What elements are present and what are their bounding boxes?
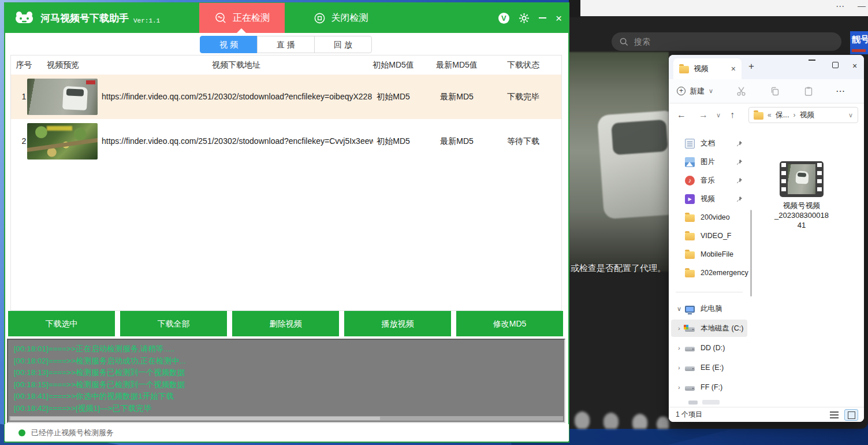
explorer-body: 文档 图片 ♪ 音乐 ▶ 视频 200video [669, 127, 864, 407]
chevron-right-icon[interactable]: › [678, 364, 680, 371]
explorer-tab[interactable]: 视频 × [673, 58, 742, 79]
breadcrumb[interactable]: « 保... › 视频 ∨ [748, 107, 858, 123]
filmstrip-frame [788, 164, 815, 194]
table-row[interactable]: 2 https://finder.video.qq.com/251/20302/… [11, 119, 561, 164]
sidebar-item-drive-e[interactable]: › EE (E:) [671, 359, 747, 376]
videos-icon: ▶ [685, 194, 695, 204]
sidebar-item-folder[interactable]: 200video [671, 209, 747, 226]
hippo-logo-icon [14, 10, 35, 25]
folder-icon [685, 214, 695, 222]
file-name-line: _202308300018 [767, 210, 836, 220]
sidebar-label-clipped [702, 400, 720, 405]
row-latest-md5: 最新MD5 [428, 119, 486, 164]
sidebar-item-music[interactable]: ♪ 音乐 [671, 172, 747, 189]
play-video-button[interactable]: 播放视频 [344, 311, 451, 336]
up-icon[interactable]: ↑ [730, 110, 735, 120]
back-icon[interactable]: ← [677, 110, 686, 120]
more-icon[interactable]: ⋯ [836, 86, 845, 97]
chevron-right-icon[interactable]: › [678, 384, 680, 391]
forward-icon[interactable]: → [699, 110, 708, 120]
pin-icon[interactable] [736, 196, 743, 202]
chevron-right-icon[interactable]: › [678, 325, 680, 332]
chevron-down-icon[interactable]: ∨ [677, 305, 681, 313]
breadcrumb-parent[interactable]: 保... [776, 110, 789, 120]
maximize-icon[interactable] [832, 62, 839, 68]
sidebar-item-folder[interactable]: 202emergency [671, 264, 747, 281]
sidebar-scrollbar[interactable] [750, 210, 752, 296]
v-badge-icon[interactable]: V [498, 13, 509, 24]
gear-icon[interactable] [519, 13, 530, 24]
sidebar-item-drive-d[interactable]: › DD (D:) [671, 339, 747, 357]
sidebar-item-drive-c[interactable]: › 本地磁盘 (C:) [671, 320, 747, 337]
tab-video[interactable]: 视 频 [200, 36, 258, 53]
explorer-navbar: ← → ∨ ↑ « 保... › 视频 ∨ [669, 103, 864, 127]
sidebar-label: 202emergency [701, 269, 748, 277]
thumbnail-watermark-shape [47, 126, 72, 131]
drive-icon [685, 366, 695, 371]
pin-icon[interactable] [736, 159, 743, 165]
new-button[interactable]: + 新建 ∨ [677, 86, 713, 97]
pin-icon[interactable] [736, 177, 743, 184]
sidebar-item-documents[interactable]: 文档 [671, 135, 747, 152]
sidebar-item-drive-f[interactable]: › FF (F:) [671, 379, 747, 396]
log-line: [00:18:01]====>>正在启动检测服务,请稍等..... [14, 343, 558, 355]
tab-live[interactable]: 直 播 [257, 36, 315, 53]
video-file-item[interactable]: 视频号视频 _202308300018 41 [767, 161, 836, 230]
sidebar-label: 此电脑 [701, 304, 722, 314]
sidebar-label: 本地磁盘 (C:) [701, 324, 743, 333]
history-chevron-icon[interactable]: ∨ [716, 112, 721, 119]
minimize-icon[interactable] [809, 60, 815, 61]
sidebar-label: EE (E:) [701, 364, 724, 372]
search-input[interactable] [634, 37, 807, 46]
sidebar-item-videos[interactable]: ▶ 视频 [671, 190, 747, 207]
chevron-down-icon[interactable]: ∨ [848, 112, 853, 119]
close-icon[interactable]: × [850, 61, 859, 71]
background-badge[interactable]: 靓号 [850, 31, 868, 54]
pin-icon[interactable] [736, 140, 743, 147]
breadcrumb-collapse-icon[interactable]: « [768, 111, 772, 119]
delete-video-button[interactable]: 删除视频 [232, 311, 339, 336]
copy-icon[interactable] [770, 86, 780, 97]
thumbnail-view-icon[interactable] [844, 409, 858, 421]
download-all-button[interactable]: 下载全部 [120, 311, 227, 336]
paste-icon[interactable] [803, 86, 814, 97]
music-icon: ♪ [685, 176, 695, 186]
file-name-line: 视频号视频 [767, 201, 836, 210]
row-url: https://finder.video.qq.com/251/20302/st… [102, 119, 373, 164]
table-row[interactable]: 1 https://finder.video.qq.com/251/20302/… [11, 75, 561, 119]
modify-md5-button[interactable]: 修改MD5 [456, 311, 563, 336]
row-status: 等待下载 [494, 119, 552, 164]
computer-icon [685, 306, 695, 313]
sidebar-item-pictures[interactable]: 图片 [671, 153, 747, 170]
sidebar-label: VIDEO_F [701, 232, 732, 240]
minimize-icon[interactable] [539, 17, 546, 18]
file-name-line: 41 [767, 220, 836, 230]
tab-close-icon[interactable]: × [731, 64, 736, 73]
more-icon[interactable]: ⋯ [836, 1, 845, 12]
download-selected-button[interactable]: 下载选中 [8, 311, 115, 336]
explorer-tab-title: 视频 [694, 64, 727, 74]
sidebar-item-folder[interactable]: MobileFile [671, 246, 747, 263]
cut-icon[interactable] [736, 86, 747, 97]
detecting-label: 正在检测 [233, 12, 270, 24]
scrollbar-thumb[interactable] [10, 417, 380, 420]
desktop: ⋯ — 靓号 或检查是否配置了代理。 河马视频号下载助手 Ver:1.1 [0, 0, 868, 445]
tab-replay[interactable]: 回 放 [314, 36, 372, 53]
document-icon [685, 139, 695, 149]
log-horizontal-scrollbar[interactable] [9, 416, 563, 421]
list-view-icon[interactable] [830, 411, 839, 418]
new-tab-icon[interactable]: + [748, 61, 754, 72]
windows-logo-icon [684, 325, 688, 329]
folder-icon [685, 251, 695, 259]
chevron-right-icon[interactable]: › [678, 344, 680, 351]
sidebar-item-folder[interactable]: VIDEO_F [671, 227, 747, 244]
sidebar-label: 音乐 [701, 176, 715, 186]
close-detect-button[interactable]: 关闭检测 [300, 3, 381, 33]
breadcrumb-current[interactable]: 视频 [800, 110, 815, 120]
pictures-icon [685, 157, 695, 167]
background-search-bar[interactable] [612, 32, 841, 51]
sidebar-item-partial [680, 398, 732, 406]
sidebar-item-this-pc[interactable]: ∨ 此电脑 [671, 300, 747, 317]
minimize-icon[interactable]: — [858, 1, 866, 10]
close-icon[interactable]: × [556, 13, 562, 24]
